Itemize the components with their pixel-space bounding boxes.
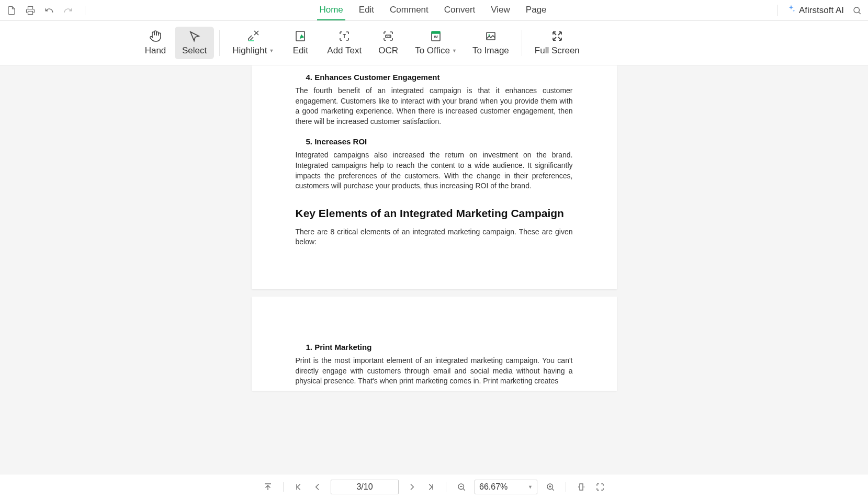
paragraph: Integrated campaigns also increased the … xyxy=(296,150,573,191)
add-text-icon: T xyxy=(338,30,351,42)
edit-button[interactable]: Edit xyxy=(282,27,319,59)
page: 4. Enhances Customer Engagement The four… xyxy=(252,65,617,289)
page: 1. Print Marketing Print is the most imp… xyxy=(252,297,617,391)
tab-comment[interactable]: Comment xyxy=(388,1,431,20)
divider xyxy=(85,6,85,15)
print-icon[interactable] xyxy=(25,5,36,16)
highlighter-icon xyxy=(247,30,260,42)
search-icon[interactable] xyxy=(852,6,862,15)
tab-convert[interactable]: Convert xyxy=(442,1,478,20)
to-image-icon xyxy=(484,30,497,42)
section-heading: 4. Enhances Customer Engagement xyxy=(306,73,573,82)
to-office-button[interactable]: W To Office▼ xyxy=(408,27,464,59)
section-heading: 5. Increases ROI xyxy=(306,137,573,146)
hand-button[interactable]: Hand xyxy=(137,27,174,59)
fullscreen-label: Full Screen xyxy=(535,46,580,56)
redo-icon[interactable] xyxy=(63,5,73,16)
svg-rect-3 xyxy=(296,31,305,41)
chevron-down-icon: ▼ xyxy=(452,48,457,53)
separator xyxy=(522,30,522,56)
hand-icon xyxy=(149,30,162,42)
highlight-button[interactable]: Highlight▼ xyxy=(225,27,281,59)
paragraph: The fourth benefit of an integrated camp… xyxy=(296,86,573,127)
separator xyxy=(219,30,220,56)
to-image-label: To Image xyxy=(472,46,509,56)
tab-page[interactable]: Page xyxy=(524,1,549,20)
save-icon[interactable] xyxy=(6,5,17,16)
sparkle-icon xyxy=(786,4,796,16)
cursor-icon xyxy=(188,30,201,42)
ocr-button[interactable]: OCR OCR xyxy=(370,27,407,59)
tab-edit[interactable]: Edit xyxy=(357,1,376,20)
section-heading: 1. Print Marketing xyxy=(306,343,573,351)
svg-text:W: W xyxy=(434,35,438,39)
svg-text:T: T xyxy=(343,33,346,39)
paragraph: There are 8 critical elements of an inte… xyxy=(296,227,573,247)
to-image-button[interactable]: To Image xyxy=(465,27,516,59)
svg-text:OCR: OCR xyxy=(386,35,391,38)
document-viewport[interactable]: 4. Enhances Customer Engagement The four… xyxy=(0,65,868,474)
to-office-icon: W xyxy=(430,30,442,42)
svg-point-1 xyxy=(854,7,860,13)
ai-button[interactable]: Afirstsoft AI xyxy=(786,4,844,16)
ocr-icon: OCR xyxy=(382,30,394,42)
svg-rect-0 xyxy=(28,11,33,14)
chevron-down-icon: ▼ xyxy=(269,48,274,53)
select-button[interactable]: Select xyxy=(175,27,214,59)
tab-view[interactable]: View xyxy=(489,1,512,20)
highlight-label: Highlight xyxy=(232,46,267,56)
fullscreen-button[interactable]: Full Screen xyxy=(527,27,587,59)
to-office-label: To Office xyxy=(415,46,450,56)
ocr-label: OCR xyxy=(378,46,398,56)
divider xyxy=(777,5,778,16)
svg-rect-8 xyxy=(432,31,440,33)
select-label: Select xyxy=(182,46,207,56)
heading: Key Elements of an Integrated Marketing … xyxy=(296,207,573,220)
tab-home[interactable]: Home xyxy=(317,1,345,20)
add-text-label: Add Text xyxy=(327,46,362,56)
undo-icon[interactable] xyxy=(44,5,54,16)
edit-doc-icon xyxy=(294,30,307,42)
edit-label: Edit xyxy=(293,46,308,56)
ai-label: Afirstsoft AI xyxy=(799,5,844,16)
svg-rect-2 xyxy=(249,40,254,41)
paragraph: Print is the most important element of a… xyxy=(296,356,573,387)
fullscreen-icon xyxy=(551,30,563,42)
hand-label: Hand xyxy=(145,46,166,56)
add-text-button[interactable]: T Add Text xyxy=(320,27,369,59)
